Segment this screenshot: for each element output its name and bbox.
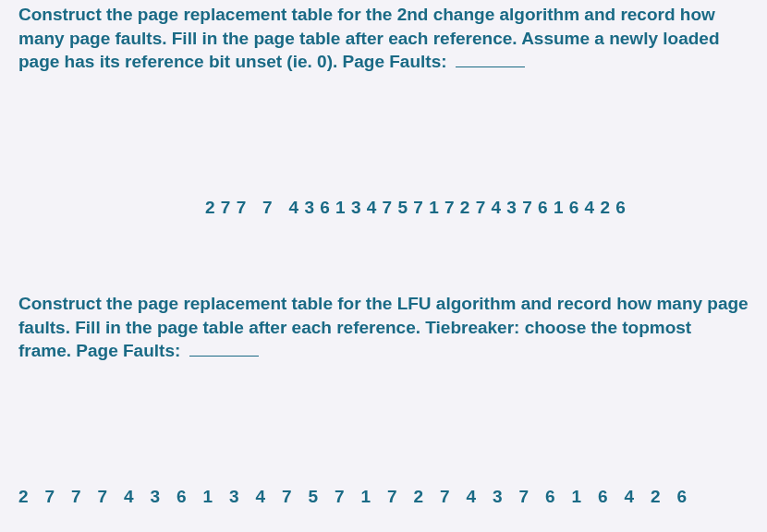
question-1-text: Construct the page replacement table for… (18, 5, 720, 71)
ref2-digit: 6 (677, 487, 704, 507)
question-2-prompt: Construct the page replacement table for… (0, 292, 767, 363)
ref2-digit: 7 (45, 487, 72, 507)
ref2-digit: 7 (335, 487, 361, 507)
question-1-blank[interactable] (456, 54, 525, 67)
ref2-digit: 3 (151, 487, 177, 507)
question-1-reference-string: 2 7 7 7 4 3 6 1 3 4 7 5 7 1 7 2 7 4 3 7 … (205, 198, 767, 218)
ref1-group-c: 4 3 6 1 3 4 7 5 7 1 7 2 7 4 3 7 6 1 6 4 … (289, 198, 627, 217)
ref2-digit: 4 (625, 487, 651, 507)
ref2-digit: 6 (598, 487, 625, 507)
question-2-blank[interactable] (189, 344, 259, 357)
question-1-prompt: Construct the page replacement table for… (0, 0, 767, 74)
ref2-digit: 1 (572, 487, 599, 507)
ref2-digit: 1 (203, 487, 230, 507)
ref2-digit: 6 (545, 487, 572, 507)
ref2-digit: 6 (177, 487, 203, 507)
ref2-digit: 1 (361, 487, 388, 507)
ref2-digit: 3 (493, 487, 519, 507)
ref2-digit: 7 (387, 487, 414, 507)
ref1-group-b: 7 (262, 198, 273, 217)
ref2-digit: 3 (229, 487, 256, 507)
ref2-digit: 7 (98, 487, 125, 507)
question-2-reference-string: 27774361347571727437616426 (0, 487, 767, 507)
ref2-digit: 4 (256, 487, 283, 507)
ref2-digit: 2 (18, 487, 45, 507)
ref2-digit: 7 (282, 487, 309, 507)
question-2-text: Construct the page replacement table for… (18, 294, 749, 360)
ref2-digit: 7 (440, 487, 467, 507)
ref1-group-a: 2 7 7 (205, 198, 247, 217)
ref2-digit: 7 (71, 487, 98, 507)
ref2-digit: 2 (414, 487, 441, 507)
ref2-digit: 7 (519, 487, 546, 507)
ref2-digit: 4 (467, 487, 493, 507)
ref2-digit: 5 (309, 487, 335, 507)
ref2-digit: 4 (124, 487, 151, 507)
ref2-digit: 2 (651, 487, 677, 507)
